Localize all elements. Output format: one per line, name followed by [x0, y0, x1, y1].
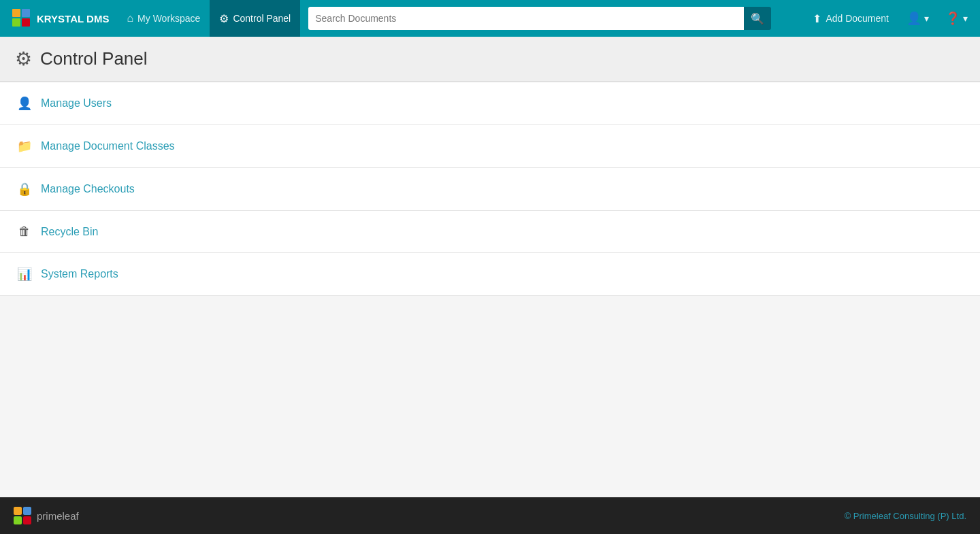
search-button[interactable]: 🔍: [744, 7, 771, 30]
help-dropdown-caret: ▾: [963, 13, 968, 24]
footer: primeleaf © Primeleaf Consulting (P) Ltd…: [0, 497, 980, 534]
navbar: KRYSTAL DMS ⌂ My Workspace ⚙ Control Pan…: [0, 0, 980, 37]
recycle-bin-item[interactable]: 🗑 Recycle Bin: [0, 211, 980, 253]
manage-checkouts-icon: 🔒: [16, 182, 33, 197]
home-icon: ⌂: [127, 12, 133, 24]
user-dropdown-caret: ▾: [924, 13, 929, 24]
system-reports-item[interactable]: 📊 System Reports: [0, 253, 980, 296]
help-icon: ❓: [945, 11, 960, 26]
add-document-label: Add Document: [826, 13, 889, 24]
footer-copyright: © Primeleaf Consulting (P) Ltd.: [845, 511, 966, 521]
control-panel-list: 👤 Manage Users 📁 Manage Document Classes…: [0, 82, 980, 296]
search-input[interactable]: [308, 7, 744, 30]
recycle-bin-label: Recycle Bin: [41, 226, 98, 238]
workspace-label: My Workspace: [137, 13, 200, 24]
control-panel-nav-icon: ⚙: [219, 12, 229, 25]
svg-rect-3: [22, 18, 30, 27]
manage-users-label: Manage Users: [41, 97, 112, 110]
navbar-right: ⬆ Add Document 👤 ▾ ❓ ▾: [803, 0, 976, 37]
search-container: 🔍: [308, 7, 771, 30]
svg-rect-1: [22, 9, 30, 17]
brand-logo-link[interactable]: KRYSTAL DMS: [4, 0, 117, 37]
manage-users-item[interactable]: 👤 Manage Users: [0, 82, 980, 125]
primeleaf-logo-icon: [14, 507, 31, 524]
system-reports-label: System Reports: [41, 268, 118, 280]
user-icon: 👤: [906, 11, 921, 26]
page-header: ⚙ Control Panel: [0, 37, 980, 82]
control-panel-header-icon: ⚙: [15, 48, 32, 70]
search-icon: 🔍: [751, 12, 764, 25]
manage-document-classes-item[interactable]: 📁 Manage Document Classes: [0, 125, 980, 168]
system-reports-icon: 📊: [16, 267, 33, 282]
control-panel-nav-label: Control Panel: [233, 13, 291, 24]
manage-checkouts-item[interactable]: 🔒 Manage Checkouts: [0, 168, 980, 211]
brand-name: KRYSTAL DMS: [37, 13, 109, 24]
footer-logo: primeleaf: [14, 507, 79, 524]
help-dropdown-button[interactable]: ❓ ▾: [937, 0, 976, 37]
nav-control-panel[interactable]: ⚙ Control Panel: [210, 0, 300, 37]
user-dropdown-button[interactable]: 👤 ▾: [898, 0, 937, 37]
footer-logo-text: primeleaf: [37, 510, 79, 522]
nav-my-workspace[interactable]: ⌂ My Workspace: [117, 0, 210, 37]
main-content: ⚙ Control Panel 👤 Manage Users 📁 Manage …: [0, 37, 980, 497]
manage-document-classes-icon: 📁: [16, 139, 33, 154]
manage-checkouts-label: Manage Checkouts: [41, 183, 135, 195]
recycle-bin-icon: 🗑: [16, 224, 33, 239]
manage-document-classes-label: Manage Document Classes: [41, 140, 175, 152]
page-title: Control Panel: [40, 48, 148, 69]
krystal-logo-icon: [12, 9, 31, 28]
manage-users-icon: 👤: [16, 96, 33, 111]
add-document-button[interactable]: ⬆ Add Document: [803, 0, 898, 37]
svg-rect-0: [12, 9, 20, 17]
svg-rect-2: [12, 18, 20, 27]
upload-icon: ⬆: [813, 12, 821, 25]
